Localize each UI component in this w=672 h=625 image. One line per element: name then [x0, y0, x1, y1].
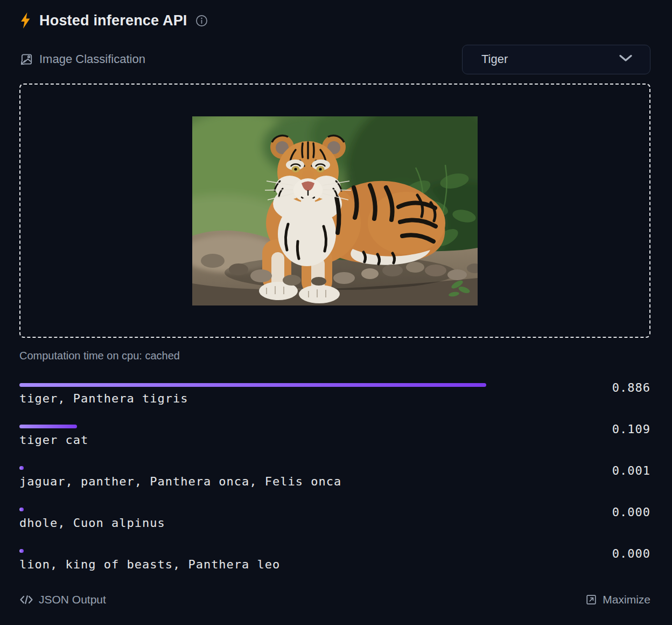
info-icon[interactable]	[195, 14, 208, 27]
result-row: tiger cat 0.109	[19, 425, 650, 447]
class-label: tiger cat	[19, 433, 650, 447]
class-label: jaguar, panther, Panthera onca, Felis on…	[19, 475, 650, 489]
result-row: jaguar, panther, Panthera onca, Felis on…	[19, 466, 650, 489]
result-row: lion, king of beasts, Panthera leo 0.000	[19, 549, 650, 572]
json-output-label: JSON Output	[39, 593, 106, 606]
class-score: 0.886	[612, 381, 650, 394]
json-output-button[interactable]: JSON Output	[19, 593, 106, 606]
class-label: dhole, Cuon alpinus	[19, 516, 650, 530]
chevron-down-icon	[619, 54, 633, 65]
selected-example: Tiger	[481, 52, 508, 66]
lightning-bolt-icon	[19, 11, 32, 30]
widget-footer: JSON Output Maximize	[19, 591, 650, 609]
class-score: 0.109	[612, 422, 650, 436]
maximize-label: Maximize	[603, 593, 650, 606]
score-bar	[19, 425, 77, 428]
class-score: 0.001	[612, 464, 650, 477]
code-icon	[19, 594, 33, 605]
image-dropzone[interactable]	[19, 84, 650, 338]
tiger-image	[192, 116, 478, 305]
class-label: lion, king of beasts, Panthera leo	[19, 558, 650, 572]
task-label-group: Image Classification	[19, 52, 145, 66]
score-bar	[19, 383, 486, 387]
score-bar	[19, 466, 24, 470]
score-bar	[19, 508, 24, 511]
result-row: dhole, Cuon alpinus 0.000	[19, 508, 650, 530]
task-label: Image Classification	[39, 52, 145, 66]
page-title: Hosted inference API	[39, 12, 187, 29]
result-row: tiger, Panthera tigris 0.886	[19, 383, 650, 406]
maximize-icon	[585, 594, 597, 606]
hosted-inference-widget: Hosted inference API Image Classificatio…	[0, 0, 672, 609]
widget-header: Hosted inference API	[19, 9, 650, 32]
task-row: Image Classification Tiger	[19, 44, 650, 74]
classification-results: tiger, Panthera tigris 0.886 tiger cat 0…	[19, 383, 650, 572]
class-label: tiger, Panthera tigris	[19, 392, 650, 406]
class-score: 0.000	[612, 547, 650, 560]
score-bar	[19, 549, 24, 553]
computation-time: Computation time on cpu: cached	[19, 350, 650, 363]
class-score: 0.000	[612, 505, 650, 519]
maximize-button[interactable]: Maximize	[585, 593, 650, 606]
example-select-dropdown[interactable]: Tiger	[462, 45, 650, 74]
image-classification-icon	[19, 52, 33, 66]
